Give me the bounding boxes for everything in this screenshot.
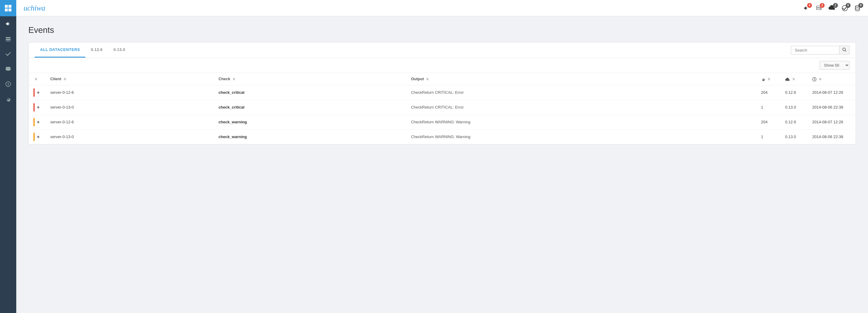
card-header: ALL DATACENTERS 0.12.6 0.13.0 <box>29 42 856 58</box>
col-time[interactable]: ⇅ <box>807 73 856 85</box>
col-output[interactable]: Output ⇅ <box>406 73 756 85</box>
check-cell-3: check_warning <box>214 130 406 144</box>
occurrences-cell-3: 1 <box>756 130 780 144</box>
svg-rect-5 <box>6 39 10 40</box>
topnav: uchiwa 4 2 <box>16 0 868 16</box>
severity-cell-2 <box>29 115 45 130</box>
datacenter-cell-3: 0.13.0 <box>780 130 807 144</box>
table-row[interactable]: server-0-12-6 check_warning CheckReturn … <box>29 115 856 130</box>
sidebar-item-info[interactable] <box>0 77 16 92</box>
svg-rect-4 <box>6 37 10 38</box>
svg-rect-2 <box>5 8 8 11</box>
occurrences-cell-1: 1 <box>756 100 780 115</box>
announce-badge: 4 <box>807 3 812 8</box>
svg-rect-6 <box>6 41 10 41</box>
check-cell-1: check_critical <box>214 100 406 115</box>
table-row[interactable]: server-0-12-6 check_critical CheckReturn… <box>29 85 856 100</box>
time-cell-3: 2014-08-06 22:38 <box>807 130 856 144</box>
check-cell-0: check_critical <box>214 85 406 100</box>
tab-0126[interactable]: 0.12.6 <box>85 42 108 58</box>
sidebar-item-checks[interactable] <box>0 47 16 61</box>
severity-cell-1 <box>29 100 45 115</box>
col-occurrences[interactable]: ⇅ <box>756 73 780 85</box>
col-datacenter[interactable]: ⇅ <box>780 73 807 85</box>
page-title: Events <box>28 25 856 35</box>
search-button[interactable] <box>839 46 849 55</box>
datacenter-cell-1: 0.13.0 <box>780 100 807 115</box>
sidebar <box>0 0 16 313</box>
svg-rect-3 <box>8 8 11 11</box>
output-cell-1: CheckReturn CRITICAL: Error <box>406 100 756 115</box>
database-badge: 0 <box>858 3 863 8</box>
sound-icon-0 <box>36 90 41 95</box>
cloud-badge: 2 <box>833 3 838 8</box>
severity-cell-3 <box>29 130 45 144</box>
occurrences-cell-0: 204 <box>756 85 780 100</box>
severity-cell-0 <box>29 85 45 100</box>
show-select-wrap: Show 10 Show 25 Show 50 Show 100 <box>29 58 856 73</box>
sidebar-item-stack[interactable] <box>0 61 16 77</box>
occurrences-cell-2: 204 <box>756 115 780 130</box>
nav-server-button[interactable]: 2 <box>815 5 822 11</box>
client-cell-0: server-0-12-6 <box>45 85 214 100</box>
events-table: ⇅ Client ⇅ Check ⇅ Output ⇅ <box>29 73 856 144</box>
main-area: uchiwa 4 2 <box>16 0 868 313</box>
datacenter-cell-2: 0.12.6 <box>780 115 807 130</box>
time-cell-1: 2014-08-06 22:38 <box>807 100 856 115</box>
tab-all-datacenters[interactable]: ALL DATACENTERS <box>35 42 85 58</box>
output-cell-0: CheckReturn CRITICAL: Error <box>406 85 756 100</box>
severity-bar-0 <box>33 88 35 97</box>
check-badge: 6 <box>846 3 850 8</box>
svg-rect-0 <box>5 5 8 8</box>
time-cell-0: 2014-08-07 12:26 <box>807 85 856 100</box>
col-check[interactable]: Check ⇅ <box>214 73 406 85</box>
severity-bar-2 <box>33 118 35 126</box>
app-logo: uchiwa <box>24 4 45 13</box>
client-cell-3: server-0-13-0 <box>45 130 214 144</box>
sound-icon-1 <box>36 105 41 110</box>
severity-bar-1 <box>33 103 35 112</box>
output-cell-2: CheckReturn WARNING: Warning <box>406 115 756 130</box>
output-cell-3: CheckReturn WARNING: Warning <box>406 130 756 144</box>
sidebar-item-broadcast[interactable] <box>0 16 16 31</box>
svg-rect-1 <box>8 5 11 8</box>
datacenter-cell-0: 0.12.6 <box>780 85 807 100</box>
server-badge: 2 <box>820 3 825 8</box>
topnav-icons: 4 2 2 <box>803 5 861 11</box>
nav-announce-button[interactable]: 4 <box>803 5 809 11</box>
severity-bar-3 <box>33 133 35 141</box>
show-select[interactable]: Show 10 Show 25 Show 50 Show 100 <box>819 61 849 70</box>
sound-icon-2 <box>36 120 41 124</box>
table-header-row: ⇅ Client ⇅ Check ⇅ Output ⇅ <box>29 73 856 85</box>
col-severity[interactable]: ⇅ <box>29 73 45 85</box>
sidebar-item-datacenter[interactable] <box>0 31 16 47</box>
table-row[interactable]: server-0-13-0 check_critical CheckReturn… <box>29 100 856 115</box>
sound-icon-3 <box>36 135 41 139</box>
search-input[interactable] <box>791 46 839 55</box>
nav-cloud-button[interactable]: 2 <box>828 5 835 11</box>
client-cell-1: server-0-13-0 <box>45 100 214 115</box>
svg-point-12 <box>820 8 821 9</box>
client-cell-2: server-0-12-6 <box>45 115 214 130</box>
tab-0130[interactable]: 0.13.0 <box>108 42 131 58</box>
page-content: Events ALL DATACENTERS 0.12.6 0.13.0 <box>16 16 868 313</box>
events-card: ALL DATACENTERS 0.12.6 0.13.0 <box>28 42 856 144</box>
tabs-container: ALL DATACENTERS 0.12.6 0.13.0 <box>35 42 131 58</box>
nav-check-button[interactable]: 6 <box>841 5 848 11</box>
table-row[interactable]: server-0-13-0 check_warning CheckReturn … <box>29 130 856 144</box>
nav-database-button[interactable]: 0 <box>854 5 861 11</box>
col-client[interactable]: Client ⇅ <box>45 73 214 85</box>
sidebar-logo <box>0 0 16 16</box>
events-table-wrap: ⇅ Client ⇅ Check ⇅ Output ⇅ <box>29 73 856 144</box>
check-cell-2: check_warning <box>214 115 406 130</box>
time-cell-2: 2014-08-07 12:26 <box>807 115 856 130</box>
sidebar-item-settings[interactable] <box>0 92 16 107</box>
search-wrap <box>791 46 849 55</box>
